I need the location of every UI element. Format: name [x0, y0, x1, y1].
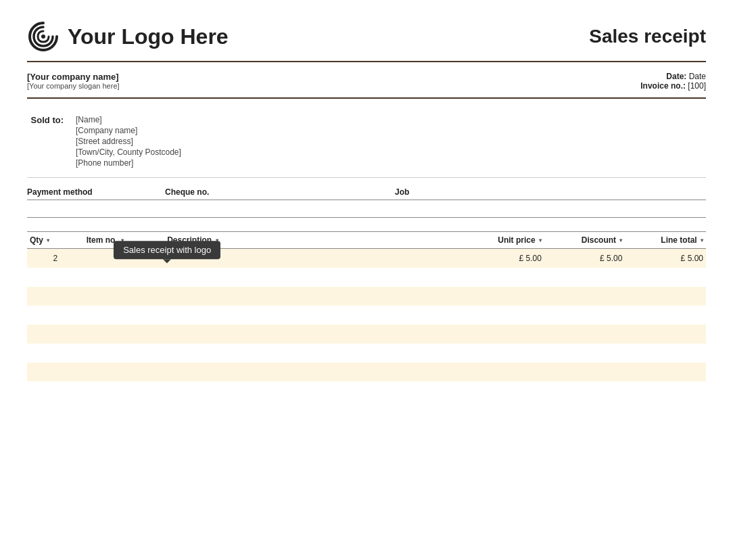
- sold-to-details: [Name] [Company name] [Street address] […: [76, 115, 181, 168]
- table-row: [27, 363, 706, 381]
- table-row: [27, 306, 706, 325]
- svg-point-0: [41, 34, 45, 39]
- sold-to-label: Sold to:: [27, 115, 68, 168]
- table-row: [27, 287, 706, 306]
- sold-to-row: Sold to: [Name] [Company name] [Street a…: [27, 115, 706, 168]
- job-header: Job: [392, 187, 706, 200]
- col-item-no: Item no. ▾: [84, 232, 165, 249]
- col-unit-price: Unit price ▾: [448, 232, 544, 249]
- sold-to-street: [Street address]: [76, 137, 181, 146]
- sold-to-city: [Town/City, County Postcode]: [76, 147, 181, 157]
- logo-area: Your Logo Here: [27, 20, 229, 53]
- company-slogan: [Your company slogan here]: [27, 82, 120, 90]
- logo-text: Your Logo Here: [68, 24, 229, 49]
- table-row: [27, 325, 706, 344]
- sold-to-company: [Company name]: [76, 126, 181, 135]
- company-left: [Your company name] [Your company slogan…: [27, 72, 120, 90]
- col-line-total: Line total ▾: [625, 232, 706, 249]
- cheque-header: Cheque no.: [162, 187, 392, 200]
- payment-input-row: [27, 203, 706, 218]
- table-row: [27, 268, 706, 287]
- table-row: [27, 344, 706, 363]
- discount-dropdown-icon[interactable]: ▾: [619, 237, 622, 243]
- description-dropdown-icon[interactable]: ▾: [216, 237, 218, 243]
- table-header-row: Qty ▾ Item no. ▾ Description ▾ Unit pric…: [27, 232, 706, 249]
- line-total-dropdown-icon[interactable]: ▾: [701, 237, 703, 243]
- col-discount: Discount ▾: [544, 232, 625, 249]
- col-description: Description ▾: [164, 232, 447, 249]
- cheque-input[interactable]: [162, 203, 392, 218]
- cell-qty-0: 2: [27, 249, 84, 269]
- company-name: [Your company name]: [27, 72, 120, 82]
- date-line: Date: Date: [640, 72, 706, 81]
- table-row: 2 Sales receipt with logo £ 5.00 £ 5.00 …: [27, 249, 706, 269]
- sold-to-name: [Name]: [76, 115, 181, 124]
- qty-dropdown-icon[interactable]: ▾: [47, 237, 49, 243]
- receipt-title: Sales receipt: [589, 26, 706, 47]
- payment-method-input[interactable]: [27, 203, 162, 218]
- company-info-row: [Your company name] [Your company slogan…: [27, 72, 706, 99]
- payment-method-header: Payment method: [27, 187, 162, 200]
- col-qty: Qty ▾: [27, 232, 84, 249]
- cell-line-total-0: £ 5.00: [625, 249, 706, 269]
- page-header: Your Logo Here Sales receipt: [27, 20, 706, 62]
- items-table: Qty ▾ Item no. ▾ Description ▾ Unit pric…: [27, 231, 706, 381]
- company-right: Date: Date Invoice no.: [100]: [640, 72, 706, 91]
- cell-item-no-0: [84, 249, 165, 269]
- payment-header-row: Payment method Cheque no. Job: [27, 187, 706, 200]
- cell-description-0: Sales receipt with logo: [164, 249, 447, 269]
- invoice-line: Invoice no.: [100]: [640, 81, 706, 91]
- logo-icon: [27, 20, 60, 53]
- item-no-dropdown-icon[interactable]: ▾: [121, 237, 124, 243]
- sold-to-section: Sold to: [Name] [Company name] [Street a…: [27, 108, 706, 178]
- unit-price-dropdown-icon[interactable]: ▾: [539, 237, 542, 243]
- job-input[interactable]: [392, 203, 706, 218]
- sold-to-phone: [Phone number]: [76, 158, 181, 168]
- cell-discount-0: £ 5.00: [544, 249, 625, 269]
- cell-unit-price-0: £ 5.00: [448, 249, 544, 269]
